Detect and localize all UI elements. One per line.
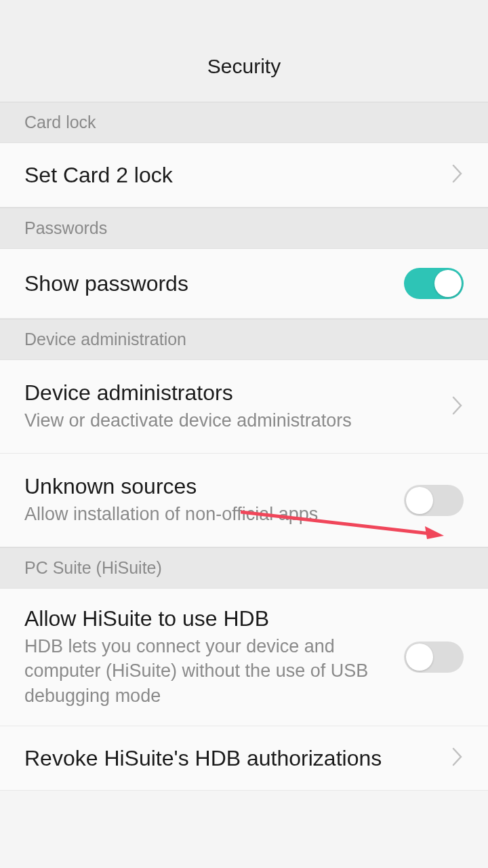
page-title: Security bbox=[207, 55, 281, 78]
chevron-right-icon bbox=[451, 395, 464, 418]
item-subtitle: Allow installation of non-official apps bbox=[24, 502, 377, 526]
item-subtitle: View or deactivate device administrators bbox=[24, 408, 377, 433]
show-passwords-toggle[interactable] bbox=[404, 268, 464, 299]
section-label: Card lock bbox=[24, 113, 464, 132]
item-unknown-sources[interactable]: Unknown sources Allow installation of no… bbox=[0, 454, 488, 547]
item-title: Show passwords bbox=[24, 271, 393, 296]
header: Security bbox=[0, 0, 488, 102]
chevron-right-icon bbox=[451, 747, 464, 770]
item-title: Unknown sources bbox=[24, 474, 393, 499]
section-label: Passwords bbox=[24, 218, 464, 238]
toggle-knob bbox=[406, 487, 433, 514]
chevron-right-icon bbox=[451, 163, 464, 186]
section-pc-suite: PC Suite (HiSuite) bbox=[0, 547, 488, 589]
item-revoke-hdb[interactable]: Revoke HiSuite's HDB authorizations bbox=[0, 726, 488, 791]
item-title: Revoke HiSuite's HDB authorizations bbox=[24, 746, 441, 771]
section-passwords: Passwords bbox=[0, 208, 488, 249]
item-title: Allow HiSuite to use HDB bbox=[24, 606, 393, 631]
section-label: PC Suite (HiSuite) bbox=[24, 558, 464, 578]
item-title: Set Card 2 lock bbox=[24, 163, 441, 188]
item-set-card-lock[interactable]: Set Card 2 lock bbox=[0, 143, 488, 208]
unknown-sources-toggle[interactable] bbox=[404, 485, 464, 516]
item-allow-hdb[interactable]: Allow HiSuite to use HDB HDB lets you co… bbox=[0, 589, 488, 726]
item-subtitle: HDB lets you connect your device and com… bbox=[24, 634, 377, 708]
section-label: Device administration bbox=[24, 330, 464, 349]
section-device-administration: Device administration bbox=[0, 319, 488, 360]
section-card-lock: Card lock bbox=[0, 102, 488, 143]
item-device-administrators[interactable]: Device administrators View or deactivate… bbox=[0, 360, 488, 454]
toggle-knob bbox=[434, 270, 462, 297]
toggle-knob bbox=[406, 644, 433, 671]
item-show-passwords[interactable]: Show passwords bbox=[0, 249, 488, 319]
item-title: Device administrators bbox=[24, 380, 441, 406]
allow-hdb-toggle[interactable] bbox=[404, 642, 464, 673]
